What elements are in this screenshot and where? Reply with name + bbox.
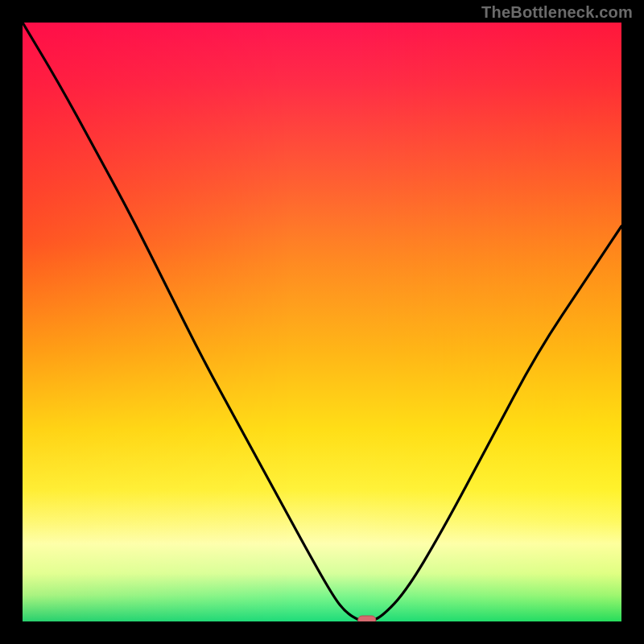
chart-frame: TheBottleneck.com	[0, 0, 644, 644]
plot-area	[23, 23, 621, 621]
watermark-text: TheBottleneck.com	[481, 3, 633, 22]
